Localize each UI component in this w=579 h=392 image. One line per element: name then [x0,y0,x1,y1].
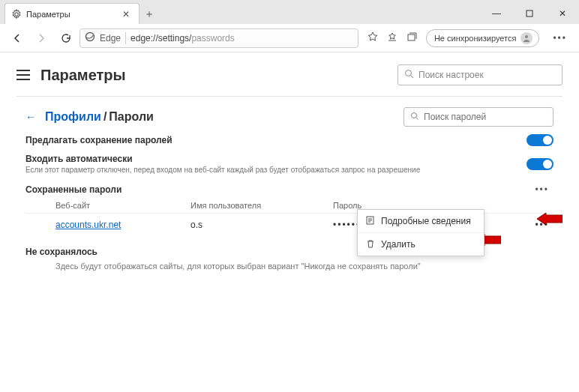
page-header: Параметры [0,52,579,90]
gear-icon [11,9,22,19]
saved-more-icon[interactable]: ••• [530,184,554,195]
edge-logo-icon [85,31,95,44]
svg-point-4 [406,70,412,76]
breadcrumb-profiles[interactable]: Профили [45,110,101,123]
breadcrumb-row: ← Профили/Пароли [26,107,554,127]
new-tab-button[interactable]: ＋ [140,4,159,24]
minimize-icon[interactable]: — [480,3,513,24]
svg-rect-2 [408,34,415,40]
sync-status-label: Не синхронизируется [434,34,516,43]
ctx-delete-label: Удалить [381,239,416,250]
never-saved-sub: Здесь будут отображаться сайты, для кото… [56,262,554,271]
svg-rect-0 [526,10,532,16]
toggle-offer-save[interactable] [526,134,554,146]
option-offer-save: Предлагать сохранение паролей [26,127,554,146]
option-offer-save-label: Предлагать сохранение паролей [26,135,526,145]
trash-icon [365,238,375,250]
col-site: Веб-сайт [56,201,190,210]
settings-search[interactable] [398,64,562,85]
saved-passwords-heading: Сохраненные пароли ••• [26,184,554,195]
breadcrumb-current: Пароли [109,110,154,123]
saved-site-link[interactable]: accounts.ukr.net [56,220,121,230]
titlebar: Параметры ✕ ＋ — ✕ [0,0,579,24]
url-separator [125,32,126,44]
address-bar: Edge edge://settings/passwords Не синхро… [0,24,579,52]
search-icon [404,69,414,81]
collections-icon[interactable] [406,31,417,44]
favorite-star-icon[interactable] [368,31,378,44]
ctx-details-label: Подробные сведения [381,216,471,226]
col-user: Имя пользователя [190,201,333,210]
content: ← Профили/Пароли Предлагать сохранение п… [0,97,579,271]
favorites-bar-icon[interactable] [387,31,398,44]
url-scheme-label: Edge [100,33,121,43]
ctx-details[interactable]: Подробные сведения [358,210,484,232]
option-auto-signin-label: Входить автоматически [26,154,526,164]
table-row: accounts.ukr.net o.s •••••••• ••• Подроб… [26,214,554,233]
password-search-input[interactable] [424,112,547,122]
url-box[interactable]: Edge edge://settings/passwords [80,28,358,48]
nav-back-icon[interactable] [8,28,27,48]
breadcrumb-back-icon[interactable]: ← [26,111,36,123]
option-auto-signin-sub: Если этот параметр отключен, перед входо… [26,166,526,174]
ctx-delete[interactable]: Удалить [358,232,484,256]
search-icon [410,112,419,123]
nav-forward-icon [32,28,51,48]
browser-menu-icon[interactable]: ••• [548,33,572,43]
browser-tab-active[interactable]: Параметры ✕ [4,3,140,24]
breadcrumb: Профили/Пароли [45,110,394,124]
window-controls: — ✕ [480,3,579,24]
svg-point-3 [525,35,528,38]
tab-strip: Параметры ✕ ＋ [0,0,480,24]
avatar-icon [520,32,532,44]
svg-point-5 [412,112,417,118]
maximize-icon[interactable] [513,3,546,24]
url-text: edge://settings/passwords [130,33,235,43]
password-search[interactable] [404,107,554,127]
saved-passwords-label: Сохраненные пароли [26,184,530,195]
refresh-icon[interactable] [56,28,75,48]
profile-sync-button[interactable]: Не синхронизируется [426,29,539,47]
page-title: Параметры [40,67,387,84]
option-auto-signin: Входить автоматически Если этот параметр… [26,146,554,174]
close-window-icon[interactable]: ✕ [546,3,579,24]
toggle-auto-signin[interactable] [526,158,554,170]
context-menu: Подробные сведения Удалить [357,209,484,256]
tab-close-icon[interactable]: ✕ [122,9,133,19]
annotation-arrow-icon [537,213,562,225]
svg-point-1 [86,33,94,41]
settings-search-input[interactable] [418,70,556,80]
details-icon [365,215,375,227]
hamburger-icon[interactable] [16,70,30,80]
tab-title: Параметры [26,10,122,19]
saved-user: o.s [190,220,333,230]
